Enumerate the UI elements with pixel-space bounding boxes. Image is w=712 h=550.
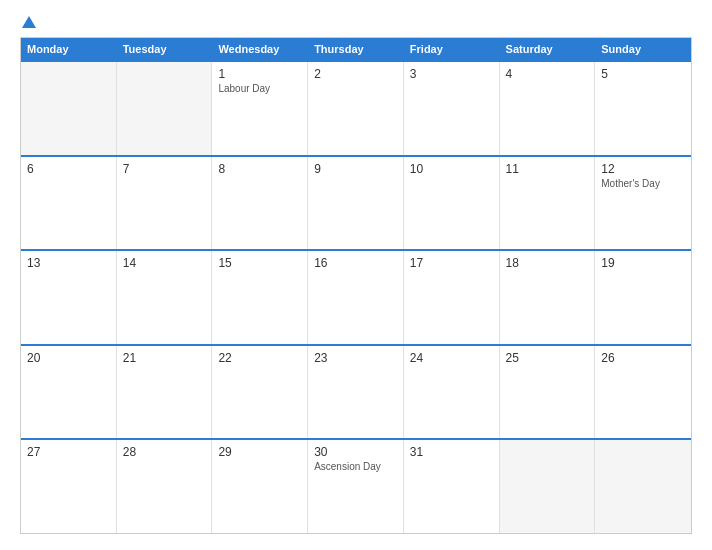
day-number: 24 <box>410 351 493 365</box>
calendar-cell: 24 <box>404 346 500 439</box>
day-number: 12 <box>601 162 685 176</box>
calendar-cell <box>595 440 691 533</box>
day-number: 27 <box>27 445 110 459</box>
day-number: 6 <box>27 162 110 176</box>
day-number: 20 <box>27 351 110 365</box>
calendar-cell: 2 <box>308 62 404 155</box>
calendar-cell: 6 <box>21 157 117 250</box>
calendar-cell: 12Mother's Day <box>595 157 691 250</box>
logo-blue-text <box>20 16 36 29</box>
day-number: 13 <box>27 256 110 270</box>
calendar-cell: 7 <box>117 157 213 250</box>
calendar-header-row: MondayTuesdayWednesdayThursdayFridaySatu… <box>21 38 691 60</box>
day-number: 31 <box>410 445 493 459</box>
calendar-cell: 23 <box>308 346 404 439</box>
day-number: 8 <box>218 162 301 176</box>
calendar-header-cell: Thursday <box>308 38 404 60</box>
day-number: 3 <box>410 67 493 81</box>
day-number: 16 <box>314 256 397 270</box>
calendar-cell <box>500 440 596 533</box>
calendar-event: Ascension Day <box>314 461 397 472</box>
calendar-cell: 5 <box>595 62 691 155</box>
calendar-cell: 16 <box>308 251 404 344</box>
day-number: 25 <box>506 351 589 365</box>
day-number: 22 <box>218 351 301 365</box>
calendar-header-cell: Wednesday <box>212 38 308 60</box>
calendar-cell: 13 <box>21 251 117 344</box>
day-number: 28 <box>123 445 206 459</box>
day-number: 21 <box>123 351 206 365</box>
page: MondayTuesdayWednesdayThursdayFridaySatu… <box>0 0 712 550</box>
day-number: 18 <box>506 256 589 270</box>
logo <box>20 16 36 29</box>
day-number: 14 <box>123 256 206 270</box>
calendar-cell: 29 <box>212 440 308 533</box>
calendar-header-cell: Saturday <box>500 38 596 60</box>
calendar-cell: 9 <box>308 157 404 250</box>
calendar-cell: 14 <box>117 251 213 344</box>
header <box>20 16 692 29</box>
calendar-cell: 4 <box>500 62 596 155</box>
calendar-week: 1Labour Day2345 <box>21 60 691 155</box>
calendar-cell: 31 <box>404 440 500 533</box>
calendar-event: Labour Day <box>218 83 301 94</box>
day-number: 4 <box>506 67 589 81</box>
calendar-header-cell: Monday <box>21 38 117 60</box>
calendar-cell: 19 <box>595 251 691 344</box>
day-number: 17 <box>410 256 493 270</box>
day-number: 23 <box>314 351 397 365</box>
calendar-event: Mother's Day <box>601 178 685 189</box>
calendar-header-cell: Sunday <box>595 38 691 60</box>
calendar-cell: 26 <box>595 346 691 439</box>
calendar-cell: 18 <box>500 251 596 344</box>
day-number: 1 <box>218 67 301 81</box>
calendar-cell <box>21 62 117 155</box>
day-number: 9 <box>314 162 397 176</box>
day-number: 29 <box>218 445 301 459</box>
day-number: 2 <box>314 67 397 81</box>
calendar-cell: 30Ascension Day <box>308 440 404 533</box>
day-number: 19 <box>601 256 685 270</box>
calendar-cell: 25 <box>500 346 596 439</box>
calendar-header-cell: Tuesday <box>117 38 213 60</box>
day-number: 26 <box>601 351 685 365</box>
calendar-cell: 1Labour Day <box>212 62 308 155</box>
day-number: 11 <box>506 162 589 176</box>
calendar-cell: 21 <box>117 346 213 439</box>
day-number: 5 <box>601 67 685 81</box>
calendar-cell: 3 <box>404 62 500 155</box>
calendar: MondayTuesdayWednesdayThursdayFridaySatu… <box>20 37 692 534</box>
logo-triangle-icon <box>22 16 36 28</box>
calendar-cell: 8 <box>212 157 308 250</box>
calendar-cell: 11 <box>500 157 596 250</box>
calendar-week: 27282930Ascension Day31 <box>21 438 691 533</box>
calendar-cell: 20 <box>21 346 117 439</box>
calendar-header-cell: Friday <box>404 38 500 60</box>
day-number: 15 <box>218 256 301 270</box>
calendar-cell <box>117 62 213 155</box>
calendar-body: 1Labour Day23456789101112Mother's Day131… <box>21 60 691 533</box>
calendar-week: 20212223242526 <box>21 344 691 439</box>
calendar-week: 6789101112Mother's Day <box>21 155 691 250</box>
calendar-cell: 22 <box>212 346 308 439</box>
calendar-cell: 15 <box>212 251 308 344</box>
day-number: 10 <box>410 162 493 176</box>
calendar-cell: 17 <box>404 251 500 344</box>
calendar-cell: 27 <box>21 440 117 533</box>
calendar-week: 13141516171819 <box>21 249 691 344</box>
calendar-cell: 28 <box>117 440 213 533</box>
day-number: 7 <box>123 162 206 176</box>
day-number: 30 <box>314 445 397 459</box>
calendar-cell: 10 <box>404 157 500 250</box>
